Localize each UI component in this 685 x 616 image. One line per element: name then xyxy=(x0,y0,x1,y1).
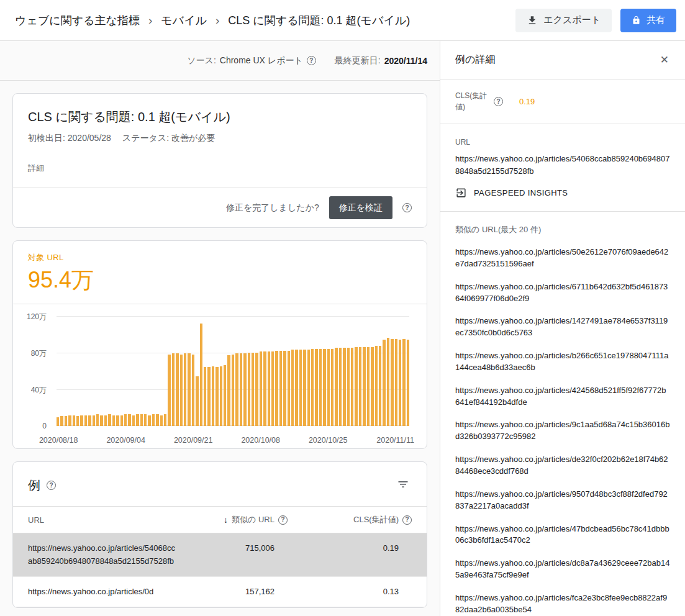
chart-bar xyxy=(307,350,310,426)
chart-bar xyxy=(339,348,342,426)
chart-bar xyxy=(288,351,290,427)
chart-bar xyxy=(112,415,115,427)
bar-chart[interactable] xyxy=(57,317,409,426)
affected-urls-metric-tab[interactable]: 対象 URL 95.4万 xyxy=(13,241,427,304)
breadcrumb-core-web-vitals[interactable]: ウェブに関する主な指標 xyxy=(15,13,140,28)
chart-bar xyxy=(291,350,294,426)
chart-bar xyxy=(152,414,155,426)
similar-url: https://news.yahoo.co.jp/articles/424568… xyxy=(455,385,670,409)
chart-bar xyxy=(263,351,266,426)
chart-bar xyxy=(232,355,234,427)
help-icon[interactable]: ? xyxy=(278,515,288,525)
x-tick-label: 2020/09/21 xyxy=(174,436,213,445)
chart-bar xyxy=(343,348,345,426)
chart-bar xyxy=(383,340,385,426)
y-tick-label: 0 xyxy=(42,422,47,430)
chart-bar xyxy=(255,353,258,427)
similar-url-column-header[interactable]: ↓ 類似の URL ? xyxy=(194,514,288,525)
similar-url: https://news.yahoo.co.jp/articles/9c1aa5… xyxy=(455,419,670,443)
chart-bar xyxy=(104,415,107,427)
chart-bar xyxy=(172,353,175,426)
chevron-right-icon: › xyxy=(215,14,219,26)
examples-title: 例 xyxy=(28,477,40,494)
last-updated-info: 最終更新日: 2020/11/14 xyxy=(335,55,427,66)
chart-bar xyxy=(168,355,170,427)
chart-bar xyxy=(227,355,230,426)
x-tick-label: 2020/09/04 xyxy=(106,436,145,445)
source-value: Chrome UX レポート xyxy=(220,55,303,66)
fix-question-text: 修正を完了しましたか? xyxy=(226,202,319,214)
divider xyxy=(440,211,685,212)
meta-bar: ソース: Chrome UX レポート ? 最終更新日: 2020/11/14 xyxy=(0,41,440,81)
chart-bar xyxy=(65,416,67,426)
row-url: https://news.yahoo.co.jp/articles/0d xyxy=(28,586,194,598)
help-icon[interactable]: ? xyxy=(307,56,316,65)
details-link[interactable]: 詳細 xyxy=(28,163,412,174)
chart-bar xyxy=(68,415,71,427)
chart-bar xyxy=(148,415,150,427)
chart-bar xyxy=(359,347,361,427)
chart-x-axis: 2020/08/182020/09/042020/09/212020/10/08… xyxy=(57,431,409,445)
export-label: エクスポート xyxy=(543,14,601,26)
row-cls-value: 0.19 xyxy=(288,542,412,567)
main-content: ソース: Chrome UX レポート ? 最終更新日: 2020/11/14 … xyxy=(0,41,440,616)
search-console-app: ウェブに関する主な指標 › モバイル › CLS に関する問題: 0.1 超(モ… xyxy=(0,0,685,616)
chart-bar xyxy=(192,355,194,427)
y-tick-label: 120万 xyxy=(27,312,47,322)
similar-url: https://news.yahoo.co.jp/articles/50e261… xyxy=(455,247,670,270)
help-icon[interactable]: ? xyxy=(494,97,503,106)
chart-bar xyxy=(395,339,397,427)
chart-bar xyxy=(299,350,302,426)
examples-table-body: https://news.yahoo.co.jp/articles/54068c… xyxy=(13,533,427,607)
chart-bar xyxy=(80,415,83,427)
pagespeed-insights-label: PAGESPEED INSIGHTS xyxy=(474,188,568,197)
chart-bar xyxy=(207,367,210,426)
export-button[interactable]: エクスポート xyxy=(515,9,612,32)
chart-bar xyxy=(268,351,270,426)
validate-fix-button[interactable]: 修正を検証 xyxy=(329,196,392,219)
help-icon[interactable]: ? xyxy=(47,481,56,490)
breadcrumb-mobile[interactable]: モバイル xyxy=(161,13,207,28)
affected-urls-chart: 040万80万120万 2020/08/182020/09/042020/09/… xyxy=(25,312,414,445)
last-updated-label: 最終更新日: xyxy=(335,55,381,66)
x-tick-label: 2020/10/08 xyxy=(241,436,280,445)
chart-bar xyxy=(88,415,91,427)
panel-scroll-area[interactable]: URL https://news.yahoo.co.jp/articles/54… xyxy=(440,124,685,616)
row-similar-count: 715,006 xyxy=(194,542,288,567)
help-icon[interactable]: ? xyxy=(402,203,412,212)
status-text: ステータス: 改善が必要 xyxy=(122,133,215,144)
pagespeed-insights-link[interactable]: PAGESPEED INSIGHTS xyxy=(455,187,670,199)
table-row[interactable]: https://news.yahoo.co.jp/articles/0d157,… xyxy=(13,577,427,607)
download-icon xyxy=(527,15,538,26)
chart-bar xyxy=(160,415,163,427)
chart-bar xyxy=(215,367,218,426)
metric-value: 95.4万 xyxy=(28,267,412,292)
similar-url-list: https://news.yahoo.co.jp/articles/50e261… xyxy=(455,247,670,616)
row-similar-count: 157,162 xyxy=(194,586,288,598)
chart-bar xyxy=(73,415,75,427)
chart-bar xyxy=(371,347,373,427)
y-tick-label: 80万 xyxy=(31,348,47,359)
filter-button[interactable] xyxy=(394,476,412,495)
cls-column-header[interactable]: CLS(集計値) ? xyxy=(288,514,412,525)
chart-bar xyxy=(176,353,178,426)
url-column-header[interactable]: URL xyxy=(28,515,194,525)
table-row[interactable]: https://news.yahoo.co.jp/articles/54068c… xyxy=(13,533,427,576)
sort-descending-icon: ↓ xyxy=(224,515,228,525)
chart-bar xyxy=(196,376,198,427)
source-label: ソース: xyxy=(187,55,216,66)
lock-icon xyxy=(632,16,641,25)
chart-bar xyxy=(375,346,378,426)
help-icon[interactable]: ? xyxy=(402,515,412,525)
x-tick-label: 2020/08/18 xyxy=(39,436,78,445)
close-icon[interactable]: ✕ xyxy=(658,51,671,69)
share-button[interactable]: 共有 xyxy=(620,9,676,32)
panel-title: 例の詳細 xyxy=(455,53,495,66)
similar-url: https://news.yahoo.co.jp/articles/47bdcb… xyxy=(455,523,670,547)
example-detail-panel: 例の詳細 ✕ CLS(集計値) ? 0.19 URL https://news.… xyxy=(440,41,685,616)
chart-bar xyxy=(248,353,250,427)
chart-plot xyxy=(57,317,409,426)
share-label: 共有 xyxy=(646,14,665,26)
chart-bar xyxy=(379,346,381,426)
y-tick-label: 40万 xyxy=(31,384,47,395)
